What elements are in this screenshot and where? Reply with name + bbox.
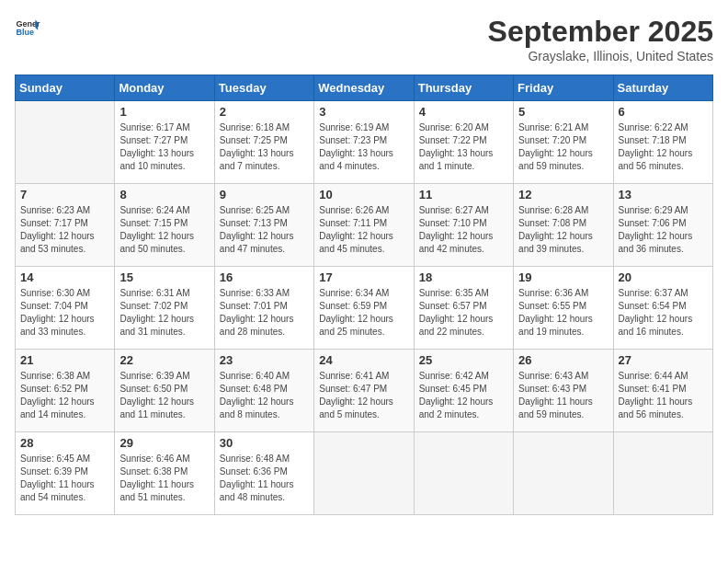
sunset-label: Sunset: 7:08 PM [518,218,586,228]
sunrise-label: Sunrise: 6:27 AM [419,205,489,215]
calendar-cell: 6 Sunrise: 6:22 AM Sunset: 7:18 PM Dayli… [613,101,712,184]
sunset-label: Sunset: 7:23 PM [319,135,387,145]
day-info: Sunrise: 6:44 AM Sunset: 6:41 PM Dayligh… [619,370,708,421]
daylight-label: Daylight: 12 hours and 42 minutes. [419,231,494,254]
day-number: 10 [319,188,408,201]
calendar-cell: 27 Sunrise: 6:44 AM Sunset: 6:41 PM Dayl… [613,350,712,432]
day-number: 8 [119,188,209,201]
day-info: Sunrise: 6:27 AM Sunset: 7:10 PM Dayligh… [419,204,508,256]
daylight-label: Daylight: 12 hours and 5 minutes. [319,396,393,419]
sunrise-label: Sunrise: 6:29 AM [619,205,688,215]
day-info: Sunrise: 6:31 AM Sunset: 7:02 PM Dayligh… [119,287,209,339]
sunset-label: Sunset: 7:06 PM [619,218,687,228]
day-number: 24 [319,353,408,367]
sunrise-label: Sunrise: 6:38 AM [20,371,90,381]
calendar-cell [613,432,712,515]
sunrise-label: Sunrise: 6:39 AM [119,371,189,381]
header-friday: Friday [514,75,613,101]
sunset-label: Sunset: 7:17 PM [20,218,88,228]
daylight-label: Daylight: 12 hours and 53 minutes. [20,231,95,254]
day-info: Sunrise: 6:37 AM Sunset: 6:54 PM Dayligh… [619,287,708,339]
calendar-cell: 25 Sunrise: 6:42 AM Sunset: 6:45 PM Dayl… [414,350,513,432]
sunrise-label: Sunrise: 6:20 AM [419,122,489,132]
header-monday: Monday [115,75,214,101]
sunrise-label: Sunrise: 6:26 AM [319,205,389,215]
sunrise-label: Sunrise: 6:44 AM [619,371,688,381]
sunset-label: Sunset: 7:25 PM [220,135,288,145]
calendar-cell: 15 Sunrise: 6:31 AM Sunset: 7:02 PM Dayl… [115,267,214,350]
daylight-label: Daylight: 12 hours and 31 minutes. [119,314,194,337]
sunset-label: Sunset: 6:59 PM [319,301,387,311]
calendar-week-row: 1 Sunrise: 6:17 AM Sunset: 7:27 PM Dayli… [16,101,713,184]
sunrise-label: Sunrise: 6:18 AM [220,122,290,132]
sunrise-label: Sunrise: 6:33 AM [220,288,290,298]
day-number: 26 [518,353,608,367]
daylight-label: Daylight: 12 hours and 19 minutes. [518,314,593,337]
location: Grayslake, Illinois, United States [488,49,713,63]
day-info: Sunrise: 6:46 AM Sunset: 6:38 PM Dayligh… [119,453,209,504]
calendar-cell: 20 Sunrise: 6:37 AM Sunset: 6:54 PM Dayl… [613,267,712,350]
calendar-cell: 2 Sunrise: 6:18 AM Sunset: 7:25 PM Dayli… [214,101,313,184]
daylight-label: Daylight: 12 hours and 14 minutes. [20,396,95,419]
daylight-label: Daylight: 12 hours and 28 minutes. [220,314,294,337]
calendar-cell: 19 Sunrise: 6:36 AM Sunset: 6:55 PM Dayl… [514,267,613,350]
calendar-cell: 12 Sunrise: 6:28 AM Sunset: 7:08 PM Dayl… [514,184,613,267]
sunset-label: Sunset: 6:48 PM [220,384,288,394]
daylight-label: Daylight: 11 hours and 48 minutes. [220,479,294,502]
sunrise-label: Sunrise: 6:34 AM [319,288,389,298]
day-info: Sunrise: 6:34 AM Sunset: 6:59 PM Dayligh… [319,287,408,339]
daylight-label: Daylight: 11 hours and 56 minutes. [619,396,693,419]
daylight-label: Daylight: 12 hours and 8 minutes. [220,396,294,419]
day-info: Sunrise: 6:48 AM Sunset: 6:36 PM Dayligh… [220,453,309,504]
day-number: 18 [419,270,508,284]
daylight-label: Daylight: 12 hours and 50 minutes. [119,231,194,254]
daylight-label: Daylight: 12 hours and 39 minutes. [518,231,593,254]
calendar-cell: 7 Sunrise: 6:23 AM Sunset: 7:17 PM Dayli… [16,184,115,267]
day-number: 12 [518,188,608,201]
day-info: Sunrise: 6:30 AM Sunset: 7:04 PM Dayligh… [20,287,109,339]
sunset-label: Sunset: 7:15 PM [119,218,188,228]
sunset-label: Sunset: 7:02 PM [119,301,188,311]
daylight-label: Daylight: 11 hours and 51 minutes. [119,479,194,502]
day-info: Sunrise: 6:21 AM Sunset: 7:20 PM Dayligh… [518,121,608,173]
day-info: Sunrise: 6:20 AM Sunset: 7:22 PM Dayligh… [419,121,508,173]
header-saturday: Saturday [613,75,712,101]
day-number: 13 [619,188,708,201]
sunrise-label: Sunrise: 6:43 AM [518,371,588,381]
calendar-week-row: 21 Sunrise: 6:38 AM Sunset: 6:52 PM Dayl… [16,350,713,432]
day-number: 6 [619,105,708,119]
sunrise-label: Sunrise: 6:40 AM [220,371,290,381]
calendar-cell: 9 Sunrise: 6:25 AM Sunset: 7:13 PM Dayli… [214,184,313,267]
sunrise-label: Sunrise: 6:24 AM [119,205,189,215]
sunrise-label: Sunrise: 6:17 AM [119,122,189,132]
calendar-cell [314,432,414,515]
daylight-label: Daylight: 12 hours and 47 minutes. [220,231,294,254]
month-title: September 2025 [488,15,713,49]
sunrise-label: Sunrise: 6:48 AM [220,454,290,464]
calendar-cell [414,432,513,515]
sunrise-label: Sunrise: 6:19 AM [319,122,389,132]
daylight-label: Daylight: 12 hours and 56 minutes. [619,148,693,171]
day-number: 29 [119,436,209,450]
sunrise-label: Sunrise: 6:23 AM [20,205,90,215]
page-header: General Blue September 2025 Grayslake, I… [15,15,713,63]
sunset-label: Sunset: 7:01 PM [220,301,288,311]
day-info: Sunrise: 6:42 AM Sunset: 6:45 PM Dayligh… [419,370,508,421]
sunset-label: Sunset: 7:20 PM [518,135,586,145]
day-number: 25 [419,353,508,367]
sunset-label: Sunset: 6:54 PM [619,301,687,311]
sunset-label: Sunset: 6:39 PM [20,466,88,477]
calendar-cell: 11 Sunrise: 6:27 AM Sunset: 7:10 PM Dayl… [414,184,513,267]
sunset-label: Sunset: 6:47 PM [319,384,387,394]
day-number: 2 [220,105,309,119]
calendar-cell: 3 Sunrise: 6:19 AM Sunset: 7:23 PM Dayli… [314,101,414,184]
calendar-cell: 17 Sunrise: 6:34 AM Sunset: 6:59 PM Dayl… [314,267,414,350]
day-info: Sunrise: 6:28 AM Sunset: 7:08 PM Dayligh… [518,204,608,256]
daylight-label: Daylight: 12 hours and 22 minutes. [419,314,494,337]
svg-text:Blue: Blue [16,28,34,37]
daylight-label: Daylight: 12 hours and 36 minutes. [619,231,693,254]
daylight-label: Daylight: 12 hours and 11 minutes. [119,396,194,419]
day-info: Sunrise: 6:41 AM Sunset: 6:47 PM Dayligh… [319,370,408,421]
sunset-label: Sunset: 7:13 PM [220,218,288,228]
header-wednesday: Wednesday [314,75,414,101]
